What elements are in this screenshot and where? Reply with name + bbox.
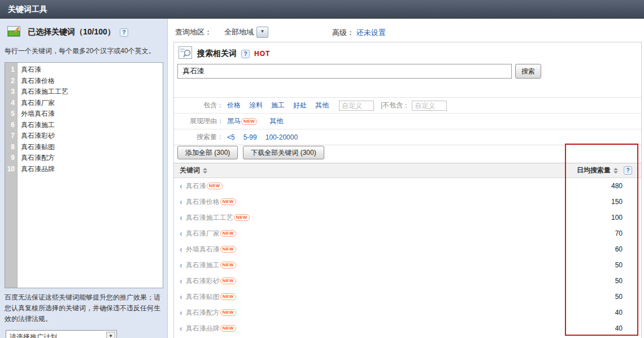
exclude-custom-input[interactable] (412, 101, 447, 111)
sort-icon[interactable] (203, 168, 207, 174)
row-keyword: 真石漆贴图 (186, 292, 220, 302)
new-badge: NEW (207, 183, 223, 189)
line-number: 4 (5, 98, 15, 109)
new-badge: NEW (220, 278, 236, 284)
selected-keyword: 真石漆施工 (21, 120, 55, 131)
include-custom-input[interactable] (339, 101, 374, 111)
reason-filter-row: 展现理由： 黑马NEW 其他 (174, 113, 641, 129)
selected-keyword-line: 8真石漆贴图 (5, 142, 163, 153)
selected-keywords-icon (7, 25, 21, 40)
new-badge: NEW (220, 230, 236, 237)
add-keyword-icon[interactable]: ‹ (180, 309, 182, 316)
table-row: ‹真石漆彩砂NEW50 (174, 273, 641, 289)
table-row: ‹真石漆贴图NEW50 (174, 289, 641, 305)
region-dropdown-icon[interactable]: ▼ (256, 27, 268, 38)
bulk-actions: 添加全部 (300) 下载全部关键词 (300) (177, 146, 324, 159)
row-volume: 40 (615, 309, 623, 317)
row-keyword: 真石漆品牌 (186, 324, 220, 333)
select-arrow-icon[interactable]: ▾ (106, 332, 115, 338)
sort-icon[interactable] (613, 168, 618, 174)
help-icon[interactable]: ? (624, 166, 632, 175)
add-keyword-icon[interactable]: ‹ (180, 246, 182, 253)
volume-option-100-20000[interactable]: 100-20000 (266, 133, 298, 141)
include-option-construction[interactable]: 施工 (271, 101, 285, 110)
add-keyword-icon[interactable]: ‹ (180, 262, 182, 268)
add-keyword-icon[interactable]: ‹ (180, 183, 182, 189)
row-keyword: 真石漆配方 (186, 308, 220, 318)
keyword-column-header[interactable]: 关键词 (180, 166, 208, 175)
add-keyword-icon[interactable]: ‹ (180, 293, 182, 300)
help-icon[interactable]: ? (241, 50, 250, 58)
row-keyword: 真石漆施工 (186, 261, 220, 270)
volume-option-5-99[interactable]: 5-99 (243, 133, 257, 141)
region-row: 查询地区： 全部地域 ▼ (175, 27, 268, 38)
row-keyword: 真石漆厂家 (186, 229, 220, 239)
volume-option-lt5[interactable]: <5 (227, 133, 235, 141)
hot-badge: HOT (254, 50, 270, 58)
volume-filter-row: 搜索量： <5 5-99 100-20000 (174, 129, 641, 145)
module-title: 搜索相关词 (197, 49, 237, 59)
row-volume: 70 (615, 229, 623, 237)
add-keyword-icon[interactable]: ‹ (180, 325, 182, 332)
reason-label: 展现理由： (174, 116, 224, 126)
row-volume: 480 (611, 182, 623, 190)
selected-keyword: 真石漆品牌 (21, 164, 55, 175)
add-all-button[interactable]: 添加全部 (300) (177, 146, 238, 159)
add-keyword-icon[interactable]: ‹ (180, 278, 182, 284)
row-keyword: 真石漆施工工艺 (186, 213, 233, 223)
exclude-label: |不包含： (381, 101, 410, 110)
new-badge: NEW (220, 198, 236, 205)
selected-keyword-line: 1真石漆 (5, 64, 163, 76)
include-option-benefit[interactable]: 好处 (293, 101, 307, 110)
line-number: 6 (5, 120, 15, 131)
add-keyword-icon[interactable]: ‹ (180, 198, 182, 205)
table-row: ‹真石漆配方NEW40 (174, 305, 641, 320)
page-title: 关键词工具 (8, 5, 47, 14)
include-option-coating[interactable]: 涂料 (249, 101, 263, 110)
help-icon[interactable]: ? (120, 28, 128, 37)
line-number: 3 (5, 86, 15, 98)
disclaimer-text: 百度无法保证这些关键词能够提升您的推广效果；请您认真复核所选择的关键词，并确保违… (5, 292, 164, 324)
table-row: ‹外墙真石漆NEW60 (174, 241, 641, 257)
search-doc-icon (179, 46, 192, 61)
search-button[interactable]: 搜索 (515, 64, 541, 79)
download-all-button[interactable]: 下载全部关键词 (300) (243, 146, 324, 159)
selected-keyword-line: 2真石漆价格 (5, 76, 163, 87)
reason-option-heima[interactable]: 黑马 (227, 116, 241, 126)
add-keyword-icon[interactable]: ‹ (180, 230, 182, 237)
selected-keyword: 真石漆配方 (21, 153, 55, 164)
volume-column-header[interactable]: 日均搜索量 ? (577, 166, 632, 175)
search-related-words-panel: 搜索相关词 ? HOT 搜索 包含： 价格 涂料 施工 好处 其他 |不包含： … (173, 42, 642, 338)
selected-keyword-line: 10真石漆品牌 (5, 164, 163, 175)
keyword-table-body: ‹真石漆NEW480 ‹真石漆价格NEW150 ‹真石漆施工工艺NEW100 ‹… (174, 178, 641, 336)
line-number: 7 (5, 131, 15, 142)
table-row: ‹真石漆价格NEW150 (174, 194, 641, 210)
row-volume: 100 (611, 214, 623, 222)
table-row: ‹真石漆施工NEW50 (174, 257, 641, 273)
include-label: 包含： (174, 101, 224, 110)
line-number: 2 (5, 76, 15, 87)
table-header: 关键词 日均搜索量 ? (174, 163, 641, 178)
row-keyword: 真石漆价格 (186, 197, 220, 207)
include-option-price[interactable]: 价格 (227, 101, 241, 110)
selected-keywords-textarea[interactable]: 1真石漆 2真石漆价格 3真石漆施工工艺 4真石漆厂家 5外墙真石漆 6真石漆施… (5, 62, 163, 288)
region-value[interactable]: 全部地域 (224, 27, 254, 37)
selected-keyword-line: 3真石漆施工工艺 (5, 86, 163, 98)
include-option-other[interactable]: 其他 (315, 101, 329, 110)
volume-label: 搜索量： (174, 132, 224, 142)
include-filter-row: 包含： 价格 涂料 施工 好处 其他 |不包含： (174, 98, 641, 113)
promotion-plan-select[interactable]: 请选择推广计划 ▾ (6, 330, 117, 338)
reason-option-other[interactable]: 其他 (269, 116, 283, 126)
region-label: 查询地区： (175, 27, 212, 37)
selected-keyword: 真石漆价格 (21, 76, 55, 87)
table-row: ‹真石漆施工工艺NEW100 (174, 210, 641, 226)
selected-keyword-line: 9真石漆配方 (5, 153, 163, 164)
app-header: 关键词工具 (0, 0, 644, 19)
search-input[interactable] (177, 64, 512, 79)
advanced-settings: 高级： 还未设置 (332, 28, 386, 38)
selected-keyword: 真石漆贴图 (21, 142, 55, 153)
advanced-not-set-link[interactable]: 还未设置 (356, 28, 386, 37)
row-keyword: 真石漆彩砂 (186, 276, 220, 286)
add-keyword-icon[interactable]: ‹ (180, 214, 182, 221)
new-badge: NEW (220, 246, 236, 253)
